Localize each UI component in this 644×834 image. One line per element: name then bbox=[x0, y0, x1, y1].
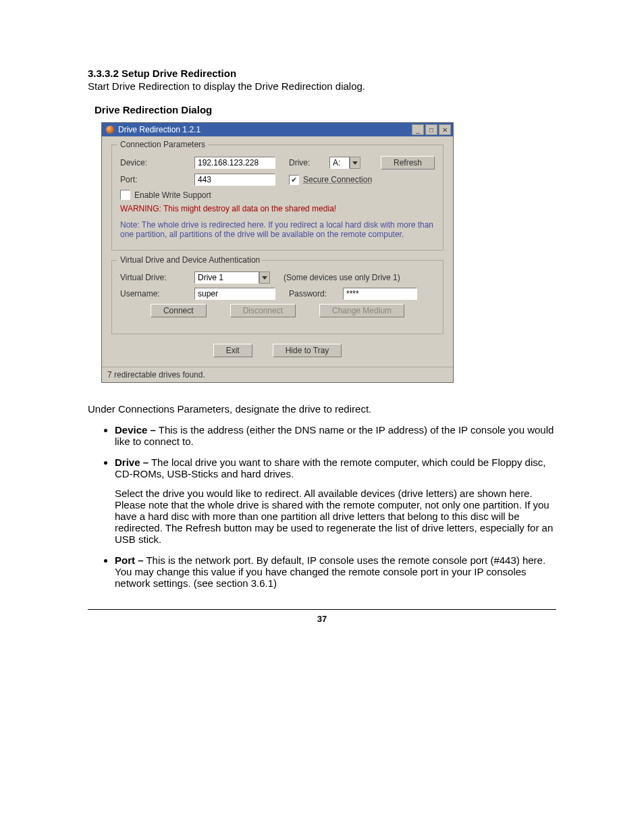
dialog-caption: Drive Redirection Dialog bbox=[95, 104, 556, 115]
minimize-icon[interactable]: _ bbox=[412, 124, 424, 135]
checkbox-checked-icon: ✔ bbox=[289, 175, 299, 185]
close-icon[interactable]: ✕ bbox=[439, 124, 451, 135]
device-text: This is the address (either the DNS name… bbox=[115, 424, 554, 447]
list-item: Device – This is the address (either the… bbox=[115, 424, 556, 447]
group-title: Connection Parameters bbox=[117, 140, 208, 149]
refresh-button[interactable]: Refresh bbox=[381, 156, 435, 170]
enable-write-label: Enable Write Support bbox=[134, 190, 211, 200]
list-item: Port – This is the network port. By defa… bbox=[115, 554, 556, 589]
drive-value[interactable] bbox=[329, 157, 350, 169]
device-label: Device: bbox=[120, 158, 194, 167]
drive-text-1: The local drive you want to share with t… bbox=[115, 457, 545, 479]
section-heading: 3.3.3.2 Setup Drive Redirection bbox=[88, 68, 556, 79]
disconnect-button[interactable]: Disconnect bbox=[230, 304, 296, 317]
note-text: Note: The whole drive is redirected here… bbox=[120, 220, 435, 239]
window-title: Drive Redirection 1.2.1 bbox=[118, 125, 412, 134]
port-input[interactable] bbox=[194, 174, 275, 186]
definition-list: Device – This is the address (either the… bbox=[88, 424, 556, 589]
password-input[interactable] bbox=[343, 288, 417, 300]
virtual-drive-auth-group: Virtual Drive and Device Authentication … bbox=[111, 260, 444, 334]
port-label: Port: bbox=[120, 175, 194, 184]
group-title: Virtual Drive and Device Authentication bbox=[117, 255, 263, 265]
term-drive: Drive – bbox=[115, 457, 149, 468]
connect-button[interactable]: Connect bbox=[151, 304, 207, 317]
virtual-drive-hint: (Some devices use only Drive 1) bbox=[284, 273, 400, 282]
device-input[interactable] bbox=[194, 157, 275, 169]
username-input[interactable] bbox=[194, 288, 275, 300]
enable-write-checkbox[interactable]: Enable Write Support bbox=[120, 190, 211, 200]
checkbox-empty-icon bbox=[120, 190, 130, 200]
secure-connection-label: Secure Connection bbox=[303, 175, 372, 184]
username-label: Username: bbox=[120, 289, 194, 298]
chevron-down-icon[interactable] bbox=[350, 157, 360, 169]
status-bar: 7 redirectable drives found. bbox=[102, 367, 453, 382]
change-medium-button[interactable]: Change Medium bbox=[319, 304, 404, 317]
warning-text: WARNING: This might destroy all data on … bbox=[120, 204, 435, 213]
term-device: Device – bbox=[115, 424, 156, 436]
titlebar: Drive Redirection 1.2.1 _ □ ✕ bbox=[102, 123, 453, 136]
connection-parameters-group: Connection Parameters Device: Drive: Ref… bbox=[111, 145, 444, 251]
app-icon bbox=[106, 126, 114, 134]
port-text: This is the network port. By default, IP… bbox=[115, 554, 545, 589]
drive-select[interactable] bbox=[329, 157, 360, 169]
chevron-down-icon[interactable] bbox=[259, 271, 270, 284]
drive-label: Drive: bbox=[289, 158, 329, 167]
virtual-drive-select[interactable] bbox=[194, 271, 270, 284]
body-paragraph: Under Connections Parameters, designate … bbox=[88, 403, 556, 415]
hide-to-tray-button[interactable]: Hide to Tray bbox=[273, 344, 342, 357]
exit-button[interactable]: Exit bbox=[213, 344, 252, 357]
intro-line: Start Drive Redirection to display the D… bbox=[88, 80, 556, 92]
list-item: Drive – The local drive you want to shar… bbox=[115, 457, 556, 545]
drive-redirection-window: Drive Redirection 1.2.1 _ □ ✕ Connection… bbox=[101, 122, 454, 383]
secure-connection-checkbox[interactable]: ✔ Secure Connection bbox=[289, 175, 372, 185]
maximize-icon[interactable]: □ bbox=[425, 124, 437, 135]
drive-text-2: Select the drive you would like to redir… bbox=[115, 488, 556, 545]
virtual-drive-label: Virtual Drive: bbox=[120, 273, 194, 282]
page-number: 37 bbox=[88, 609, 556, 624]
virtual-drive-value[interactable] bbox=[194, 271, 259, 284]
password-label: Password: bbox=[289, 289, 343, 298]
term-port: Port – bbox=[115, 554, 144, 566]
